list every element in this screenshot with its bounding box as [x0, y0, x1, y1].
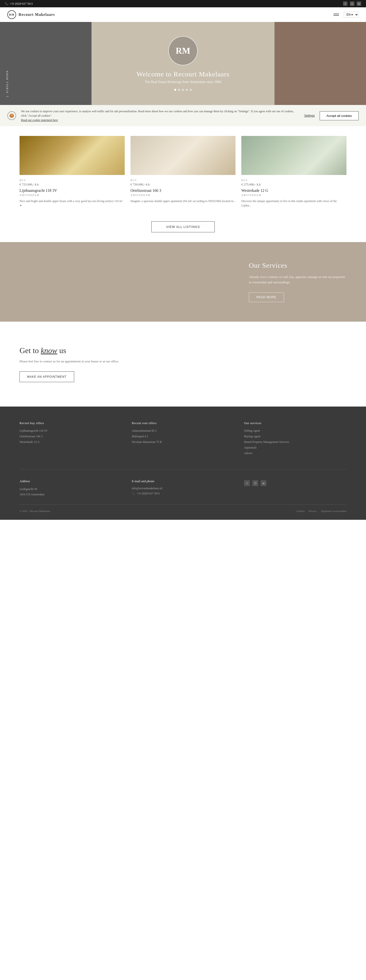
- hero-dot-3[interactable]: [182, 89, 184, 91]
- linkedin-icon[interactable]: in: [357, 2, 361, 6]
- footer-recent-buy: Recent buy offers Lijnbaansgracht 118 3V…: [19, 421, 122, 457]
- hero-logo: RM: [169, 36, 197, 65]
- footer-buy-link-3[interactable]: Westerkade 12 G: [19, 440, 122, 444]
- listing-price-2: € 750.000,- k.k: [130, 183, 236, 186]
- footer-address-line1: Leidsgracht 50: [19, 487, 122, 492]
- cookie-settings-button[interactable]: Settings: [304, 114, 315, 118]
- listing-desc-1: Nice and bright and double upper house w…: [19, 199, 125, 208]
- footer-buy-link-2[interactable]: Orteliusstraat 166 3: [19, 434, 122, 438]
- footer-bottom-grid: Address Leidsgracht 50 1016 CN Amsterdam…: [19, 469, 347, 497]
- footer-recent-rent: Recent rent offers Amazonenstraat 85 2 M…: [132, 421, 234, 457]
- facebook-icon[interactable]: f: [343, 2, 347, 6]
- view-all-button[interactable]: VIEW ALL LISTINGS: [151, 221, 215, 232]
- services-content: Our Services Already over a century we s…: [249, 262, 347, 302]
- scroll-down[interactable]: ↓ SCROLL DOWN: [5, 70, 9, 98]
- hero-subtitle: The Real Estate Brokerage from Amsterdam…: [137, 80, 229, 84]
- footer-email: info@recourtmakelaars.nl 📞 +31 (0)20 627…: [132, 487, 234, 495]
- footer-social-icons: f ◻ in: [244, 480, 347, 486]
- listings-grid: BUY € 725.000,- k.k Lijnbaansgracht 118 …: [19, 136, 347, 212]
- listing-info-1: BUY € 725.000,- k.k Lijnbaansgracht 118 …: [19, 175, 125, 212]
- title-start: Get to: [19, 346, 41, 355]
- hero-dot-2[interactable]: [178, 89, 180, 91]
- footer-service-link-4[interactable]: Appraisals: [244, 446, 347, 450]
- logo[interactable]: RM Recourt Makelaars: [7, 10, 55, 19]
- hero-section: ↓ SCROLL DOWN RM Welcome to Recourt Make…: [0, 22, 366, 105]
- logo-text: Recourt Makelaars: [19, 13, 55, 17]
- scroll-label: SCROLL DOWN: [6, 70, 8, 93]
- logo-icon: RM: [7, 10, 16, 19]
- footer-address-text: Leidsgracht 50 1016 CN Amsterdam: [19, 487, 122, 497]
- footer-bar-links: Cookies Privacy Algemene voorwaarden: [296, 509, 347, 512]
- listing-title-3[interactable]: Westerkade 12 G: [241, 188, 347, 193]
- navigation: RM Recourt Makelaars EN ▾ NL: [0, 7, 366, 22]
- hamburger-menu[interactable]: [334, 14, 339, 16]
- listing-title-1[interactable]: Lijnbaansgracht 118 3V: [19, 188, 125, 193]
- hero-dot-1[interactable]: [174, 89, 176, 91]
- listing-location-2: AMSTERDAM: [130, 194, 236, 196]
- footer-contact-title: E-mail and phone: [132, 479, 234, 483]
- read-more-button[interactable]: READ MORE: [249, 292, 284, 302]
- instagram-icon[interactable]: ◻: [350, 2, 354, 6]
- listing-photo-3: [241, 136, 347, 175]
- hamburger-line: [334, 14, 339, 14]
- footer-phone-icon: 📞: [132, 492, 135, 495]
- footer-contact-col: E-mail and phone info@recourtmakelaars.n…: [132, 479, 234, 497]
- cookie-accept-button[interactable]: Accept all cookies: [320, 111, 359, 120]
- listing-price-3: € 275.000,- k.k: [241, 183, 347, 186]
- hamburger-line: [334, 15, 339, 16]
- footer-phone-number: +31 (0)20 627 5011: [137, 492, 160, 495]
- footer-social-col: f ◻ in: [244, 479, 347, 497]
- footer-instagram-icon[interactable]: ◻: [252, 480, 258, 486]
- language-select[interactable]: EN ▾ NL: [344, 12, 359, 18]
- listing-info-3: BUY € 275.000,- k.k Westerkade 12 G AMST…: [241, 175, 347, 212]
- footer-service-link-1[interactable]: Selling Agent: [244, 429, 347, 433]
- services-section: Our Services Already over a century we s…: [0, 242, 366, 321]
- view-all-wrap: VIEW ALL LISTINGS: [19, 221, 347, 232]
- get-to-know-text: Please feel free to contact us for an ap…: [19, 359, 347, 364]
- footer-privacy-link[interactable]: Privacy: [309, 509, 317, 512]
- footer-address-title: Address: [19, 479, 122, 483]
- footer-service-link-5[interactable]: Advice: [244, 452, 347, 455]
- listing-card-2: BUY € 750.000,- k.k Orteliusstraat 166 3…: [130, 136, 236, 212]
- footer-recent-rent-title: Recent rent offers: [132, 421, 234, 425]
- footer: Recent buy offers Lijnbaansgracht 118 3V…: [0, 407, 366, 520]
- phone-text: +31 (0)20 627 5611: [10, 2, 33, 6]
- listing-category-1: BUY: [19, 179, 125, 181]
- get-to-know-title: Get to know us: [19, 346, 347, 355]
- footer-top-grid: Recent buy offers Lijnbaansgracht 118 3V…: [19, 421, 347, 457]
- top-bar: 📞 +31 (0)20 627 5611 f ◻ in: [0, 0, 366, 7]
- phone-icon: 📞: [5, 2, 8, 6]
- hero-logo-text: RM: [176, 46, 190, 56]
- footer-rent-link-3[interactable]: Nicolaas Maesstraat 75 B: [132, 440, 234, 444]
- listing-location-1: AMSTERDAM: [19, 194, 125, 196]
- cookie-text: We use cookies to improve your user expe…: [21, 109, 299, 122]
- listing-image-3[interactable]: [241, 136, 347, 175]
- footer-rent-link-1[interactable]: Amazonenstraat 85 2: [132, 429, 234, 433]
- footer-cookies-link[interactable]: Cookies: [296, 509, 305, 512]
- footer-recent-buy-title: Recent buy offers: [19, 421, 122, 425]
- listing-info-2: BUY € 750.000,- k.k Orteliusstraat 166 3…: [130, 175, 236, 207]
- footer-email-address[interactable]: info@recourtmakelaars.nl: [132, 487, 234, 490]
- footer-copyright: © 2025 - Recourt Makelaars: [19, 509, 50, 512]
- cookie-icon: 🍪: [7, 111, 16, 120]
- listing-image-1[interactable]: [19, 136, 125, 175]
- cookie-description: We use cookies to improve your user expe…: [21, 110, 294, 118]
- appointment-button[interactable]: MAKE AN APPOINTMENT: [19, 371, 74, 382]
- footer-phone-row: 📞 +31 (0)20 627 5011: [132, 492, 234, 495]
- listing-title-2[interactable]: Orteliusstraat 166 3: [130, 188, 236, 193]
- footer-linkedin-icon[interactable]: in: [261, 480, 266, 486]
- cookie-statement-link[interactable]: Read our cookie statement here: [21, 118, 58, 122]
- services-title: Our Services: [249, 262, 347, 269]
- listing-category-3: BUY: [241, 179, 347, 181]
- footer-service-link-3[interactable]: Rental Property Management Services: [244, 440, 347, 444]
- footer-bar: © 2025 - Recourt Makelaars Cookies Priva…: [19, 504, 347, 512]
- footer-rent-link-2[interactable]: Malonpad 4 2: [132, 434, 234, 438]
- hero-dot-5[interactable]: [190, 89, 192, 91]
- footer-services-title: Our services: [244, 421, 347, 425]
- footer-facebook-icon[interactable]: f: [244, 480, 250, 486]
- listing-image-2[interactable]: [130, 136, 236, 175]
- footer-service-link-2[interactable]: Buying Agent: [244, 434, 347, 438]
- footer-terms-link[interactable]: Algemene voorwaarden: [321, 509, 347, 512]
- footer-buy-link-1[interactable]: Lijnbaansgracht 118 3V: [19, 429, 122, 433]
- hero-dot-4[interactable]: [186, 89, 188, 91]
